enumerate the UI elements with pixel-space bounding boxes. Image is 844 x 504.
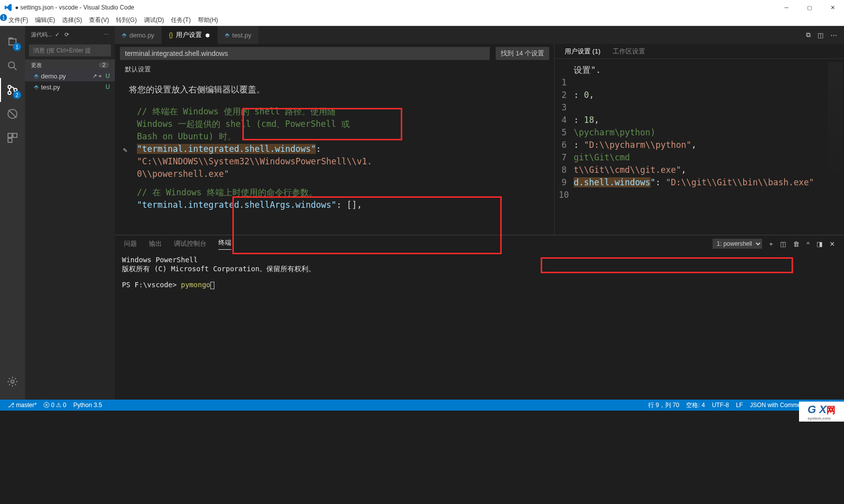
svg-rect-5 (8, 133, 12, 137)
git-branch[interactable]: ⎇ master* (4, 402, 40, 409)
scm-badge: 2 (13, 91, 21, 99)
user-settings-code[interactable]: 12345678910 设置". : 0, : 18, \pycharm\pyt… (555, 59, 844, 206)
titlebar: ● settings.json - vscode - Visual Studio… (0, 0, 844, 15)
settings-hint: 将您的设置放入右侧编辑器以覆盖。 (115, 76, 554, 100)
terminal-selector[interactable]: 1: powershell (713, 239, 762, 249)
kill-terminal-icon[interactable]: 🗑 (793, 240, 800, 248)
default-settings-code[interactable]: // 终端在 Windows 使用的 shell 路径。使用随 Windows … (115, 100, 554, 216)
maximize-panel-icon[interactable]: ^ (807, 240, 810, 248)
git-status: U (105, 72, 110, 79)
scm-sidebar: 源代码... ✓ ⟳ ⋯ 消息 (按 Ctrl+Enter 提 更改 2 ⬘ d… (25, 26, 115, 400)
settings-search-input[interactable]: terminal.integrated.shell.windows (120, 47, 490, 60)
statusbar: ⎇ master* ⓧ0 ⚠0 Python 3.5 行 9，列 70 空格: … (0, 400, 844, 411)
menu-tasks[interactable]: 任务(T) (167, 15, 194, 25)
vscode-icon (4, 3, 12, 11)
tab-label: test.py (232, 31, 251, 39)
menu-edit[interactable]: 编辑(E) (31, 15, 58, 25)
menu-goto[interactable]: 转到(G) (112, 15, 140, 25)
scm-message-input[interactable]: 消息 (按 Ctrl+Enter 提 (29, 44, 111, 56)
explorer-badge: 1 (13, 43, 21, 51)
svg-point-0 (8, 62, 14, 68)
editor-tabs: ⬘ demo.py {} 用户设置 ● ⬘ test.py ⧉ ◫ ⋯ (115, 26, 844, 44)
notification-badge[interactable]: 1 (0, 14, 7, 21)
user-settings-tab[interactable]: 用户设置 (1) (565, 47, 601, 56)
window-title: ● settings.json - vscode - Visual Studio… (15, 4, 134, 11)
menu-help[interactable]: 帮助(H) (194, 15, 222, 25)
line-numbers: 12345678910 (559, 64, 574, 201)
svg-point-2 (8, 91, 11, 94)
python-icon: ⬘ (122, 31, 126, 38)
error-icon: ⓧ (43, 401, 49, 410)
tab-label: 用户设置 (176, 30, 202, 39)
close-panel-icon[interactable]: ✕ (830, 240, 835, 248)
activity-extensions[interactable] (0, 126, 25, 150)
tab-demo[interactable]: ⬘ demo.py (115, 26, 162, 44)
tab-test[interactable]: ⬘ test.py (218, 26, 259, 44)
file-item-demo[interactable]: ⬘ demo.py ↗ + U (25, 70, 115, 81)
changes-label: 更改 (31, 61, 42, 69)
maximize-button[interactable]: ▢ (798, 0, 821, 15)
svg-point-1 (8, 85, 11, 88)
refresh-icon[interactable]: ⟳ (64, 31, 69, 38)
search-result-count: 找到 14 个设置 (496, 47, 549, 60)
activity-explorer[interactable]: 1 (0, 30, 25, 54)
panel-layout-icon[interactable]: ◨ (817, 240, 823, 248)
more-actions-icon[interactable]: ⋯ (831, 31, 837, 39)
menu-select[interactable]: 选择(S) (58, 15, 85, 25)
add-icon[interactable]: + (98, 73, 101, 79)
activity-bar: 1 2 (0, 26, 25, 400)
split-editor-icon[interactable]: ◫ (818, 31, 824, 39)
tab-settings[interactable]: {} 用户设置 ● (162, 26, 218, 44)
git-status: U (105, 83, 110, 90)
menu-debug[interactable]: 调试(D) (140, 15, 168, 25)
panel-tab-terminal[interactable]: 终端 (218, 238, 231, 250)
activity-scm[interactable]: 2 (0, 78, 25, 102)
svg-rect-6 (13, 133, 17, 137)
svg-rect-7 (8, 138, 12, 142)
tab-label: demo.py (129, 31, 154, 39)
file-item-test[interactable]: ⬘ test.py U (25, 81, 115, 92)
terminal-cursor (210, 282, 214, 289)
python-interpreter[interactable]: Python 3.5 (70, 402, 105, 409)
bottom-panel: 问题 输出 调试控制台 终端 1: powershell + ◫ 🗑 ^ ◨ ✕ (115, 235, 844, 400)
panel-tab-output[interactable]: 输出 (149, 239, 162, 248)
encoding[interactable]: UTF-8 (709, 401, 733, 410)
python-icon: ⬘ (225, 31, 229, 38)
problems-status[interactable]: ⓧ0 ⚠0 (40, 401, 69, 410)
minimap[interactable] (828, 62, 843, 182)
more-icon[interactable]: ⋯ (103, 31, 109, 38)
python-file-icon: ⬘ (34, 72, 38, 79)
minimize-button[interactable]: ─ (775, 0, 798, 15)
new-terminal-icon[interactable]: + (769, 240, 773, 248)
cursor-position[interactable]: 行 9，列 70 (645, 401, 683, 410)
panel-tab-problems[interactable]: 问题 (124, 239, 137, 248)
edit-pencil-icon[interactable]: ✎ (123, 144, 127, 156)
svg-point-8 (11, 380, 14, 383)
terminal-line: Windows PowerShell (122, 255, 837, 264)
workspace-settings-tab[interactable]: 工作区设置 (613, 47, 645, 56)
activity-debug[interactable] (0, 102, 25, 126)
window-controls: ─ ▢ ✕ (775, 0, 844, 15)
warning-icon: ⚠ (56, 402, 61, 409)
indentation[interactable]: 空格: 4 (683, 401, 708, 410)
file-name: demo.py (41, 72, 66, 80)
sidebar-title: 源代码... (31, 31, 52, 38)
panel-tab-debug-console[interactable]: 调试控制台 (174, 239, 206, 248)
terminal[interactable]: Windows PowerShell 版权所有 (C) Microsoft Co… (115, 252, 844, 400)
check-icon[interactable]: ✓ (55, 31, 59, 38)
dirty-indicator-icon: ● (205, 30, 210, 40)
file-name: test.py (41, 83, 60, 91)
compare-icon[interactable]: ⧉ (806, 31, 811, 39)
open-file-icon[interactable]: ↗ (92, 73, 97, 79)
menu-file[interactable]: 文件(F) (5, 15, 31, 25)
eol[interactable]: LF (733, 401, 747, 410)
split-terminal-icon[interactable]: ◫ (780, 240, 786, 248)
menu-view[interactable]: 查看(V) (85, 15, 112, 25)
close-button[interactable]: ✕ (821, 0, 844, 15)
activity-search[interactable] (0, 54, 25, 78)
watermark-logo: G X网 system.com (799, 402, 844, 422)
activity-settings-gear[interactable] (0, 370, 25, 394)
python-file-icon: ⬘ (34, 83, 38, 90)
setting-key: "terminal.integrated.shell.windows" (137, 144, 316, 154)
changes-section[interactable]: 更改 2 (25, 59, 115, 70)
